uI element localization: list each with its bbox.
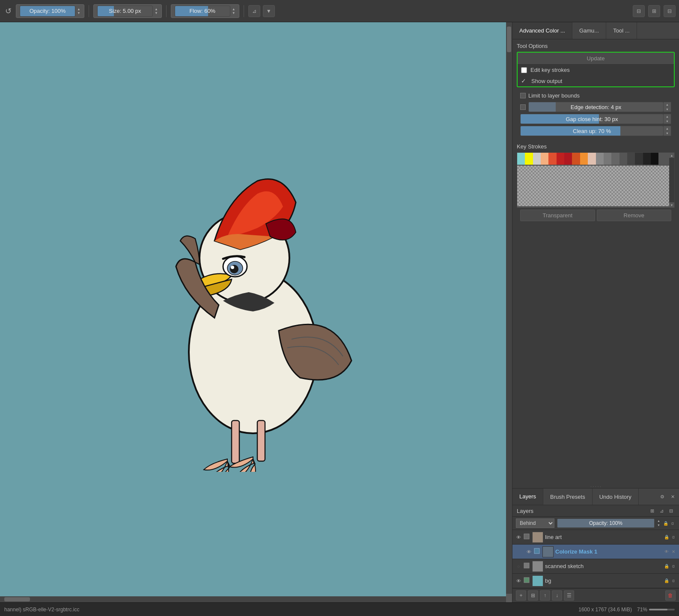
lock-icon[interactable]: 🔒 [663,520,669,526]
layer-delete-button[interactable]: 🗑 [665,590,676,601]
clean-up-slider[interactable]: Clean up: 70 % [520,126,664,136]
layer-eye-colorize[interactable]: 👁 [664,549,670,555]
flow-slider-track[interactable]: Flow: 60% [175,6,230,17]
tab-tool[interactable]: Tool ... [606,22,637,39]
color-cell-0[interactable] [517,153,525,165]
tab-close-icon[interactable]: ✕ [668,492,677,501]
color-cell-8[interactable] [580,153,588,165]
opacity-arrows[interactable]: ▲▼ [77,7,80,15]
canvas-drawing[interactable] [129,147,377,472]
gap-close-arrows[interactable]: ▲ ▼ [664,114,671,124]
color-cell-11[interactable] [604,153,611,165]
color-scroll-down[interactable]: ▼ [669,202,674,207]
color-cell-14[interactable] [627,153,635,165]
top-tab-bar: Advanced Color ... Gamu... Tool ... [512,22,679,39]
layer-item-line-art[interactable]: 👁 line art 🔒 α [512,530,679,545]
layer-menu-button[interactable]: ☰ [564,590,574,601]
brush-extra-button[interactable]: ▼ [263,5,275,17]
scroll-thumb-v[interactable] [507,27,511,52]
edge-detection-slider[interactable]: Edge detection: 4 px [528,102,664,112]
tab-settings-icon[interactable]: ⚙ [658,492,667,501]
color-cell-4[interactable] [548,153,556,165]
zoom-control[interactable]: 71% [637,607,675,613]
edge-detection-arrows[interactable]: ▲ ▼ [664,102,671,112]
edge-detection-checkbox[interactable] [520,104,526,110]
color-cell-1[interactable] [525,153,533,165]
flow-control[interactable]: Flow: 60% ▲▼ [171,4,239,18]
layer-alpha-line-art[interactable]: α [670,534,676,540]
maximize-button[interactable]: ⊞ [648,5,660,17]
status-dimensions: 1600 x 1767 (34.6 MiB) [578,607,632,613]
update-button[interactable]: Update [518,53,674,65]
tab-layers[interactable]: Layers [512,489,543,505]
layers-filter-icon[interactable]: ⊿ [658,507,665,515]
canvas-container[interactable] [0,22,506,596]
color-cell-5[interactable] [557,153,564,165]
layers-expand-icon[interactable]: ⊟ [667,507,675,515]
clean-up-arrows[interactable]: ▲ ▼ [664,126,671,136]
layer-lock-scanned[interactable]: 🔒 [664,563,670,569]
layer-visibility-bg[interactable]: 👁 [515,578,522,584]
color-cell-12[interactable] [611,153,619,165]
flow-arrows[interactable]: ▲▼ [232,7,235,15]
transparent-button[interactable]: Transparent [520,210,595,221]
canvas-scroll-horizontal[interactable] [0,596,506,602]
layer-lock-line-art[interactable]: 🔒 [664,534,670,540]
size-arrows[interactable]: ▲▼ [155,7,158,15]
scroll-thumb-h[interactable] [4,597,30,601]
color-cell-3[interactable] [541,153,548,165]
color-grid-scrollbar[interactable]: ▲ ▼ [669,153,674,207]
size-slider-track[interactable]: Size: 5.00 px [97,6,153,17]
color-cell-17[interactable] [651,153,658,165]
color-cell-6[interactable] [564,153,572,165]
color-cell-15[interactable] [635,153,643,165]
layer-opacity-arrows[interactable]: ▲ ▼ [657,519,660,527]
layer-visibility-line-art[interactable]: 👁 [515,534,522,541]
canvas-scroll-vertical[interactable] [506,22,512,594]
tab-brush-presets[interactable]: Brush Presets [543,489,593,505]
edit-key-strokes-checkbox[interactable] [521,67,527,73]
layer-visibility-scanned[interactable]: ○ [515,563,522,570]
layer-item-colorize-mask[interactable]: 👁 Colorize Mask 1 👁 ✕ [512,545,679,559]
layer-opacity-slider[interactable]: Opacity: 100% [557,518,655,528]
layer-alpha-bg[interactable]: α [670,578,676,584]
zoom-bar[interactable] [649,609,675,610]
layer-duplicate-button[interactable]: ⊞ [528,590,538,601]
layer-move-down-button[interactable]: ↓ [552,590,562,601]
color-cell-13[interactable] [619,153,627,165]
brush-options-button[interactable]: ⊿ [248,5,260,17]
blend-mode-select[interactable]: Behind [516,518,554,528]
layer-visibility-colorize[interactable]: 👁 [525,548,532,555]
color-scroll-up[interactable]: ▲ [669,153,674,158]
tab-advanced-color[interactable]: Advanced Color ... [512,22,572,39]
layer-lock-bg[interactable]: 🔒 [664,578,670,584]
limit-layer-checkbox[interactable] [520,93,526,98]
opacity-slider-track[interactable]: Opacity: 100% [20,6,75,17]
color-cell-9[interactable] [588,153,596,165]
layer-add-button[interactable]: + [516,590,526,601]
layer-close-colorize[interactable]: ✕ [670,549,676,555]
color-cell-2[interactable] [533,153,541,165]
remove-button[interactable]: Remove [597,210,672,221]
panel-toggle-button[interactable]: ⊟ [664,5,676,17]
color-cell-10[interactable] [596,153,604,165]
layers-settings-icon[interactable]: ⊞ [648,507,656,515]
size-control[interactable]: Size: 5.00 px ▲▼ [93,4,162,18]
layer-item-scanned-sketch[interactable]: ○ scanned sketch 🔒 α [512,559,679,574]
layer-move-up-button[interactable]: ↑ [540,590,550,601]
gap-close-slider[interactable]: Gap close hint: 30 px [520,114,664,124]
minimize-button[interactable]: ⊟ [633,5,645,17]
tab-undo-history[interactable]: Undo History [593,489,639,505]
layer-alpha-scanned[interactable]: α [670,563,676,569]
opacity-control[interactable]: Opacity: 100% ▲▼ [16,4,84,18]
refresh-button[interactable]: ↺ [3,5,13,18]
color-cell-7[interactable] [572,153,580,165]
panel-resize-handle[interactable]: · · · · · [512,485,679,488]
layer-item-bg[interactable]: 👁 bg 🔒 α [512,574,679,588]
key-strokes-color-grid[interactable]: ▲ ▼ [517,152,675,208]
layers-toolbar: + ⊞ ↑ ↓ ☰ 🗑 [512,588,679,602]
color-cell-16[interactable] [643,153,651,165]
tab-gamu[interactable]: Gamu... [572,22,606,39]
layers-panel-title: Layers [517,508,646,514]
alpha-icon[interactable]: α [670,520,676,526]
